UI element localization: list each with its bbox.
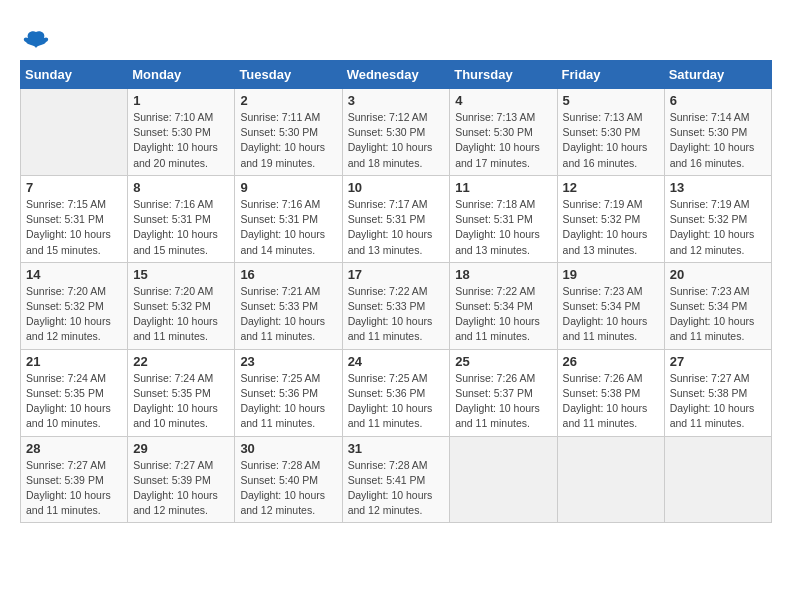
page-header (20, 24, 772, 52)
calendar-cell (21, 89, 128, 176)
calendar-cell: 30Sunrise: 7:28 AM Sunset: 5:40 PM Dayli… (235, 436, 342, 523)
calendar-cell: 17Sunrise: 7:22 AM Sunset: 5:33 PM Dayli… (342, 262, 450, 349)
calendar-cell: 4Sunrise: 7:13 AM Sunset: 5:30 PM Daylig… (450, 89, 557, 176)
day-number: 4 (455, 93, 551, 108)
day-number: 19 (563, 267, 659, 282)
day-info: Sunrise: 7:16 AM Sunset: 5:31 PM Dayligh… (133, 197, 229, 258)
day-info: Sunrise: 7:14 AM Sunset: 5:30 PM Dayligh… (670, 110, 766, 171)
weekday-header-sunday: Sunday (21, 61, 128, 89)
day-info: Sunrise: 7:13 AM Sunset: 5:30 PM Dayligh… (563, 110, 659, 171)
day-number: 23 (240, 354, 336, 369)
day-info: Sunrise: 7:12 AM Sunset: 5:30 PM Dayligh… (348, 110, 445, 171)
day-number: 26 (563, 354, 659, 369)
weekday-header-row: SundayMondayTuesdayWednesdayThursdayFrid… (21, 61, 772, 89)
day-info: Sunrise: 7:22 AM Sunset: 5:33 PM Dayligh… (348, 284, 445, 345)
calendar-week-row: 14Sunrise: 7:20 AM Sunset: 5:32 PM Dayli… (21, 262, 772, 349)
logo (20, 28, 50, 52)
calendar-body: 1Sunrise: 7:10 AM Sunset: 5:30 PM Daylig… (21, 89, 772, 523)
day-number: 20 (670, 267, 766, 282)
calendar-cell: 9Sunrise: 7:16 AM Sunset: 5:31 PM Daylig… (235, 175, 342, 262)
day-number: 21 (26, 354, 122, 369)
day-info: Sunrise: 7:26 AM Sunset: 5:37 PM Dayligh… (455, 371, 551, 432)
weekday-header-monday: Monday (128, 61, 235, 89)
calendar-cell: 7Sunrise: 7:15 AM Sunset: 5:31 PM Daylig… (21, 175, 128, 262)
day-info: Sunrise: 7:10 AM Sunset: 5:30 PM Dayligh… (133, 110, 229, 171)
calendar-cell: 6Sunrise: 7:14 AM Sunset: 5:30 PM Daylig… (664, 89, 771, 176)
day-info: Sunrise: 7:28 AM Sunset: 5:41 PM Dayligh… (348, 458, 445, 519)
day-number: 11 (455, 180, 551, 195)
calendar-cell: 3Sunrise: 7:12 AM Sunset: 5:30 PM Daylig… (342, 89, 450, 176)
day-number: 16 (240, 267, 336, 282)
day-number: 14 (26, 267, 122, 282)
calendar-cell: 22Sunrise: 7:24 AM Sunset: 5:35 PM Dayli… (128, 349, 235, 436)
calendar-cell: 12Sunrise: 7:19 AM Sunset: 5:32 PM Dayli… (557, 175, 664, 262)
day-info: Sunrise: 7:25 AM Sunset: 5:36 PM Dayligh… (240, 371, 336, 432)
day-info: Sunrise: 7:26 AM Sunset: 5:38 PM Dayligh… (563, 371, 659, 432)
day-number: 22 (133, 354, 229, 369)
calendar-cell: 8Sunrise: 7:16 AM Sunset: 5:31 PM Daylig… (128, 175, 235, 262)
calendar-cell: 18Sunrise: 7:22 AM Sunset: 5:34 PM Dayli… (450, 262, 557, 349)
calendar-cell: 1Sunrise: 7:10 AM Sunset: 5:30 PM Daylig… (128, 89, 235, 176)
weekday-header-wednesday: Wednesday (342, 61, 450, 89)
day-number: 3 (348, 93, 445, 108)
day-info: Sunrise: 7:23 AM Sunset: 5:34 PM Dayligh… (563, 284, 659, 345)
day-number: 18 (455, 267, 551, 282)
day-number: 7 (26, 180, 122, 195)
day-number: 1 (133, 93, 229, 108)
calendar-cell: 11Sunrise: 7:18 AM Sunset: 5:31 PM Dayli… (450, 175, 557, 262)
calendar-cell (664, 436, 771, 523)
calendar-cell (450, 436, 557, 523)
calendar-cell: 15Sunrise: 7:20 AM Sunset: 5:32 PM Dayli… (128, 262, 235, 349)
day-info: Sunrise: 7:16 AM Sunset: 5:31 PM Dayligh… (240, 197, 336, 258)
weekday-header-friday: Friday (557, 61, 664, 89)
day-info: Sunrise: 7:24 AM Sunset: 5:35 PM Dayligh… (133, 371, 229, 432)
day-number: 25 (455, 354, 551, 369)
day-number: 12 (563, 180, 659, 195)
calendar-cell: 2Sunrise: 7:11 AM Sunset: 5:30 PM Daylig… (235, 89, 342, 176)
calendar-header: SundayMondayTuesdayWednesdayThursdayFrid… (21, 61, 772, 89)
day-info: Sunrise: 7:18 AM Sunset: 5:31 PM Dayligh… (455, 197, 551, 258)
day-info: Sunrise: 7:15 AM Sunset: 5:31 PM Dayligh… (26, 197, 122, 258)
day-info: Sunrise: 7:22 AM Sunset: 5:34 PM Dayligh… (455, 284, 551, 345)
calendar-cell: 5Sunrise: 7:13 AM Sunset: 5:30 PM Daylig… (557, 89, 664, 176)
day-info: Sunrise: 7:25 AM Sunset: 5:36 PM Dayligh… (348, 371, 445, 432)
calendar-table: SundayMondayTuesdayWednesdayThursdayFrid… (20, 60, 772, 523)
day-number: 31 (348, 441, 445, 456)
calendar-cell: 13Sunrise: 7:19 AM Sunset: 5:32 PM Dayli… (664, 175, 771, 262)
calendar-cell: 28Sunrise: 7:27 AM Sunset: 5:39 PM Dayli… (21, 436, 128, 523)
day-info: Sunrise: 7:23 AM Sunset: 5:34 PM Dayligh… (670, 284, 766, 345)
calendar-cell: 27Sunrise: 7:27 AM Sunset: 5:38 PM Dayli… (664, 349, 771, 436)
day-number: 8 (133, 180, 229, 195)
weekday-header-saturday: Saturday (664, 61, 771, 89)
day-info: Sunrise: 7:20 AM Sunset: 5:32 PM Dayligh… (26, 284, 122, 345)
day-info: Sunrise: 7:27 AM Sunset: 5:39 PM Dayligh… (26, 458, 122, 519)
weekday-header-tuesday: Tuesday (235, 61, 342, 89)
calendar-week-row: 1Sunrise: 7:10 AM Sunset: 5:30 PM Daylig… (21, 89, 772, 176)
calendar-cell: 31Sunrise: 7:28 AM Sunset: 5:41 PM Dayli… (342, 436, 450, 523)
calendar-week-row: 28Sunrise: 7:27 AM Sunset: 5:39 PM Dayli… (21, 436, 772, 523)
day-number: 5 (563, 93, 659, 108)
calendar-cell: 14Sunrise: 7:20 AM Sunset: 5:32 PM Dayli… (21, 262, 128, 349)
calendar-cell: 10Sunrise: 7:17 AM Sunset: 5:31 PM Dayli… (342, 175, 450, 262)
day-number: 10 (348, 180, 445, 195)
calendar-cell: 23Sunrise: 7:25 AM Sunset: 5:36 PM Dayli… (235, 349, 342, 436)
logo-bird-icon (22, 28, 50, 56)
day-number: 15 (133, 267, 229, 282)
calendar-cell: 26Sunrise: 7:26 AM Sunset: 5:38 PM Dayli… (557, 349, 664, 436)
day-number: 2 (240, 93, 336, 108)
day-number: 27 (670, 354, 766, 369)
day-info: Sunrise: 7:13 AM Sunset: 5:30 PM Dayligh… (455, 110, 551, 171)
day-info: Sunrise: 7:17 AM Sunset: 5:31 PM Dayligh… (348, 197, 445, 258)
day-info: Sunrise: 7:21 AM Sunset: 5:33 PM Dayligh… (240, 284, 336, 345)
day-number: 28 (26, 441, 122, 456)
day-info: Sunrise: 7:19 AM Sunset: 5:32 PM Dayligh… (670, 197, 766, 258)
day-info: Sunrise: 7:11 AM Sunset: 5:30 PM Dayligh… (240, 110, 336, 171)
calendar-cell: 29Sunrise: 7:27 AM Sunset: 5:39 PM Dayli… (128, 436, 235, 523)
day-number: 9 (240, 180, 336, 195)
calendar-cell: 24Sunrise: 7:25 AM Sunset: 5:36 PM Dayli… (342, 349, 450, 436)
day-info: Sunrise: 7:27 AM Sunset: 5:38 PM Dayligh… (670, 371, 766, 432)
day-info: Sunrise: 7:27 AM Sunset: 5:39 PM Dayligh… (133, 458, 229, 519)
day-number: 24 (348, 354, 445, 369)
day-number: 17 (348, 267, 445, 282)
calendar-cell: 21Sunrise: 7:24 AM Sunset: 5:35 PM Dayli… (21, 349, 128, 436)
